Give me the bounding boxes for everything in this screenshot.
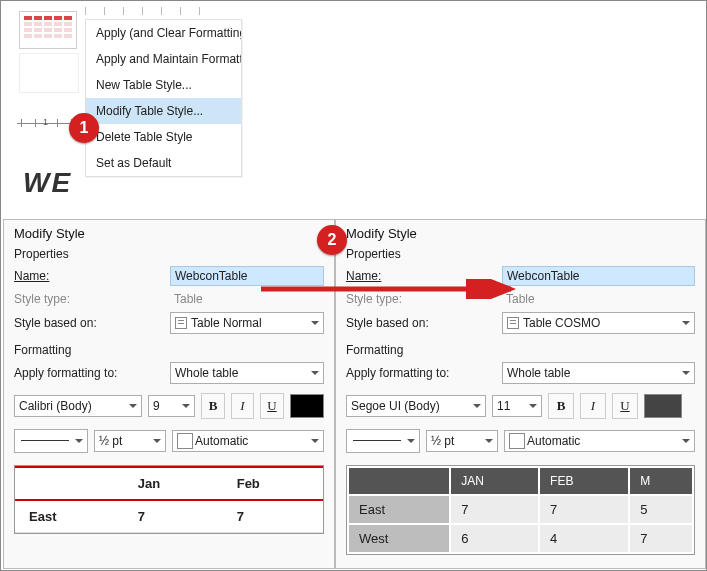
border-style-combo[interactable] — [346, 429, 420, 453]
apply-to-label: Apply formatting to: — [346, 366, 496, 380]
style-based-on-combo[interactable]: Table Normal — [170, 312, 324, 334]
table-style-thumbnail-selected[interactable] — [19, 11, 77, 49]
menu-new-table-style[interactable]: New Table Style... — [86, 72, 241, 98]
name-input[interactable]: WebconTable — [170, 266, 324, 286]
name-label: Name: — [346, 269, 496, 283]
table-style-context-menu: Apply (and Clear Formatting) Apply and M… — [85, 19, 242, 177]
style-type-label: Style type: — [14, 292, 164, 306]
style-type-label: Style type: — [346, 292, 496, 306]
border-weight-combo[interactable]: ½ pt — [426, 430, 498, 452]
italic-button[interactable]: I — [231, 393, 255, 419]
dialog-title: Modify Style — [336, 220, 705, 241]
preview-table: JanFeb East77 — [14, 465, 324, 534]
font-combo[interactable]: Segoe UI (Body) — [346, 395, 486, 417]
menu-modify-table-style[interactable]: Modify Table Style... — [86, 98, 241, 124]
apply-to-combo[interactable]: Whole table — [170, 362, 324, 384]
italic-button[interactable]: I — [580, 393, 606, 419]
modify-style-dialog-left: Modify Style Properties Name: WebconTabl… — [3, 219, 335, 569]
properties-section-label: Properties — [336, 241, 705, 263]
dialog-title: Modify Style — [4, 220, 334, 241]
menu-set-default[interactable]: Set as Default — [86, 150, 241, 176]
document-text-we: WE — [23, 169, 72, 197]
font-size-combo[interactable]: 11 — [492, 395, 542, 417]
menu-delete-table-style[interactable]: Delete Table Style — [86, 124, 241, 150]
font-size-combo[interactable]: 9 — [148, 395, 195, 417]
underline-button[interactable]: U — [260, 393, 284, 419]
border-color-combo[interactable]: Automatic — [172, 430, 324, 452]
font-color-swatch[interactable] — [290, 394, 324, 418]
font-color-swatch[interactable] — [644, 394, 682, 418]
apply-to-label: Apply formatting to: — [14, 366, 164, 380]
menu-apply-clear[interactable]: Apply (and Clear Formatting) — [86, 20, 241, 46]
style-based-on-combo[interactable]: Table COSMO — [502, 312, 695, 334]
bold-button[interactable]: B — [201, 393, 225, 419]
apply-to-combo[interactable]: Whole table — [502, 362, 695, 384]
modify-style-dialog-right: Modify Style Properties Name: WebconTabl… — [335, 219, 706, 569]
table-style-thumbnail[interactable] — [19, 53, 79, 93]
underline-button[interactable]: U — [612, 393, 638, 419]
font-combo[interactable]: Calibri (Body) — [14, 395, 142, 417]
top-ruler-ticks — [85, 7, 306, 17]
style-type-value: Table — [502, 292, 695, 306]
preview-table: JANFEBM East775 West647 — [346, 465, 695, 555]
style-type-value: Table — [170, 292, 324, 306]
table-icon — [175, 317, 187, 329]
style-based-on-label: Style based on: — [14, 316, 164, 330]
bold-button[interactable]: B — [548, 393, 574, 419]
menu-apply-maintain[interactable]: Apply and Maintain Formatting — [86, 46, 241, 72]
auto-color-icon — [509, 433, 525, 449]
auto-color-icon — [177, 433, 193, 449]
formatting-section-label: Formatting — [336, 337, 705, 359]
properties-section-label: Properties — [4, 241, 334, 263]
name-input[interactable]: WebconTable — [502, 266, 695, 286]
annotation-marker-2: 2 — [317, 225, 347, 255]
table-icon — [507, 317, 519, 329]
annotation-marker-1: 1 — [69, 113, 99, 143]
formatting-section-label: Formatting — [4, 337, 334, 359]
border-weight-combo[interactable]: ½ pt — [94, 430, 166, 452]
border-style-combo[interactable] — [14, 429, 88, 453]
name-label: Name: — [14, 269, 164, 283]
border-color-combo[interactable]: Automatic — [504, 430, 695, 452]
style-based-on-label: Style based on: — [346, 316, 496, 330]
